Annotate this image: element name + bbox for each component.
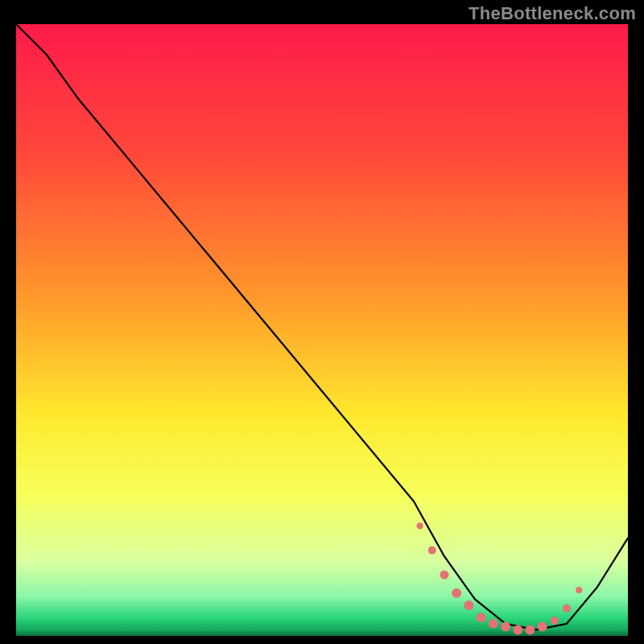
curve-marker	[417, 522, 423, 529]
curve-marker	[576, 587, 582, 593]
bottleneck-chart	[0, 0, 644, 644]
watermark-label: TheBottleneck.com	[469, 3, 636, 24]
curve-marker	[477, 613, 486, 622]
plot-background	[16, 24, 628, 636]
curve-marker	[538, 622, 547, 632]
curve-marker	[489, 619, 498, 629]
curve-marker	[501, 622, 510, 632]
curve-marker	[551, 617, 559, 625]
curve-marker	[452, 588, 461, 598]
curve-marker	[464, 601, 473, 610]
curve-marker	[428, 547, 436, 555]
curve-marker	[440, 571, 449, 580]
chart-stage: TheBottleneck.com	[0, 0, 644, 644]
curve-marker	[563, 605, 571, 613]
curve-marker	[525, 625, 535, 634]
curve-marker	[513, 625, 522, 634]
